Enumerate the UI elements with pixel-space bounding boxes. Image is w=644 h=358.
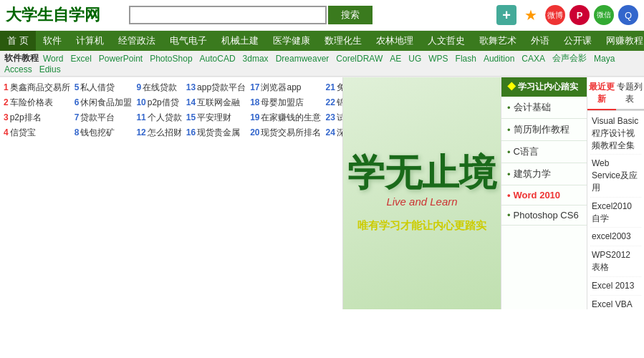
course-link-item[interactable]: •Word 2010 [501, 185, 587, 205]
nav-item-8[interactable]: 农林地理 [369, 31, 420, 51]
link-text[interactable]: 信贷宝 [10, 127, 36, 137]
sidebar-item[interactable]: Excel VBA实战技巧精粹 [590, 296, 641, 309]
link-text[interactable]: p2p排名 [10, 112, 42, 122]
table-cell: 5私人借贷 [72, 80, 135, 95]
sidebar-item[interactable]: Excel 2013 [590, 277, 641, 296]
link-text[interactable]: 怎么招财 [148, 127, 182, 137]
link-number: 18 [250, 97, 259, 107]
soft-link-0[interactable]: Word [43, 54, 63, 64]
table-cell: 24深圳网站建设 [323, 125, 342, 140]
soft-link-8[interactable]: AE [390, 54, 401, 64]
tab-topic-list[interactable]: 专题列表 [616, 77, 645, 110]
table-cell: 17浏览器app [248, 80, 323, 95]
sidebar-item[interactable]: WPS2012 表格 [590, 246, 641, 277]
course-link-label: 建筑力学 [514, 168, 551, 180]
nav-item-1[interactable]: 软件 [36, 31, 69, 51]
add-icon[interactable]: + [496, 5, 516, 25]
course-link-item[interactable]: •建筑力学 [501, 163, 587, 185]
course-link-item[interactable]: •C语言 [501, 141, 587, 163]
link-number: 2 [4, 97, 9, 107]
link-text[interactable]: p2p借贷 [148, 97, 179, 107]
link-text[interactable]: 钱包挖矿 [80, 127, 115, 137]
table-cell: 19在家赚钱的生意 [248, 110, 323, 125]
link-text[interactable]: app贷款平台 [197, 82, 246, 92]
soft-link-10[interactable]: WPS [428, 54, 448, 64]
sidebar-item[interactable]: Excel2010自学 [590, 198, 641, 228]
soft-link-14[interactable]: 会声会影 [552, 52, 587, 64]
soft-link-15[interactable]: Maya [594, 54, 615, 64]
nav-item-5[interactable]: 机械土建 [214, 31, 266, 51]
sidebar-item[interactable]: Visual Basic程序设计视频教程全集 [590, 112, 641, 155]
link-text[interactable]: 贷款平台 [80, 112, 115, 122]
nav-item-6[interactable]: 医学健康 [266, 31, 317, 51]
course-link-item[interactable]: •会计基础 [501, 97, 587, 119]
course-links-header: ◆ 学习让内心踏实 [501, 77, 587, 97]
star-icon[interactable]: ★ [521, 5, 541, 25]
link-text[interactable]: 休闲食品加盟 [80, 97, 132, 107]
link-text[interactable]: 个人贷款 [148, 112, 182, 122]
table-row: 3p2p排名7贷款平台11个人贷款15平安理财19在家赚钱的生意23试客小兵27… [1, 110, 342, 125]
wechat-icon[interactable]: 微信 [594, 5, 614, 25]
link-text[interactable]: 在线贷款 [143, 82, 177, 92]
nav-item-2[interactable]: 计算机 [69, 31, 111, 51]
sidebar-item[interactable]: Web Service及应用 [590, 155, 641, 197]
table-cell: 2车险价格表 [1, 95, 72, 110]
soft-link-9[interactable]: UG [408, 54, 421, 64]
nav-item-4[interactable]: 电气电子 [163, 31, 214, 51]
link-text[interactable]: 奥鑫商品交易所 [10, 82, 70, 92]
course-link-item[interactable]: •简历制作教程 [501, 119, 587, 141]
soft-link-4[interactable]: AutoCAD [200, 54, 236, 64]
tab-recent-updates[interactable]: 最近更新 [587, 77, 616, 110]
link-text[interactable]: 平安理财 [197, 112, 231, 122]
qq-icon[interactable]: Q [618, 5, 638, 25]
course-link-item[interactable]: •Photoshop CS6 [501, 205, 587, 226]
link-text[interactable]: 锦城公寓 [337, 97, 342, 107]
link-text[interactable]: 现货贵金属 [197, 127, 240, 137]
course-link-label: C语言 [514, 145, 539, 158]
link-text[interactable]: 在家赚钱的生意 [261, 112, 321, 122]
link-text[interactable]: 私人借贷 [80, 82, 115, 92]
site-title[interactable]: 大学生自学网 [6, 4, 100, 26]
link-text[interactable]: 浏览器app [261, 82, 301, 92]
soft-link-11[interactable]: Flash [456, 54, 476, 64]
search-button[interactable]: 搜索 [328, 6, 373, 24]
link-number: 1 [4, 82, 9, 92]
banner-subtitle: Live and Learn [386, 195, 457, 208]
p-icon[interactable]: P [569, 5, 590, 25]
link-text[interactable]: 试客小兵 [337, 112, 342, 122]
nav-item-0[interactable]: 首 页 [0, 31, 36, 51]
link-text[interactable]: 免费加盟 [337, 82, 342, 92]
link-number: 3 [4, 112, 9, 122]
link-text[interactable]: 现货交易所排名 [261, 127, 321, 137]
nav-item-3[interactable]: 经管政法 [111, 31, 163, 51]
soft-link-1[interactable]: Excel [70, 54, 91, 64]
search-input[interactable] [129, 6, 327, 24]
nav-item-9[interactable]: 人文哲史 [420, 31, 472, 51]
soft-link-7[interactable]: CorelDRAW [336, 54, 383, 64]
soft-link-2[interactable]: PowerPoint [99, 54, 143, 64]
table-cell: 21免费加盟 [323, 80, 342, 95]
sidebar-item[interactable]: excel2003 [590, 228, 641, 246]
nav-item-10[interactable]: 歌舞艺术 [472, 31, 524, 51]
soft-link-3[interactable]: PhotoShop [150, 54, 192, 64]
nav-item-11[interactable]: 外语 [524, 31, 557, 51]
soft-link-5[interactable]: 3dmax [243, 54, 269, 64]
nav-item-7[interactable]: 数理化生 [317, 31, 369, 51]
link-text[interactable]: 互联网金融 [197, 97, 240, 107]
soft-link-16[interactable]: Access [4, 64, 32, 74]
soft-link-17[interactable]: Edius [39, 64, 61, 74]
bullet-icon: • [507, 102, 511, 113]
soft-link-13[interactable]: CAXA [522, 54, 545, 64]
nav-item-12[interactable]: 公开课 [557, 31, 599, 51]
bullet-icon: • [507, 125, 511, 135]
table-cell: 16现货贵金属 [184, 125, 248, 140]
link-text[interactable]: 深圳网站建设 [337, 127, 342, 137]
soft-link-6[interactable]: Dreamweaver [276, 54, 330, 64]
link-number: 24 [325, 127, 335, 137]
link-text[interactable]: 母婴加盟店 [261, 97, 304, 107]
table-cell: 6休闲食品加盟 [72, 95, 135, 110]
nav-item-13[interactable]: 网赚教程 [599, 31, 644, 51]
soft-link-12[interactable]: Audition [484, 54, 514, 64]
weibo-icon[interactable]: 微博 [545, 5, 565, 25]
link-text[interactable]: 车险价格表 [10, 97, 53, 107]
